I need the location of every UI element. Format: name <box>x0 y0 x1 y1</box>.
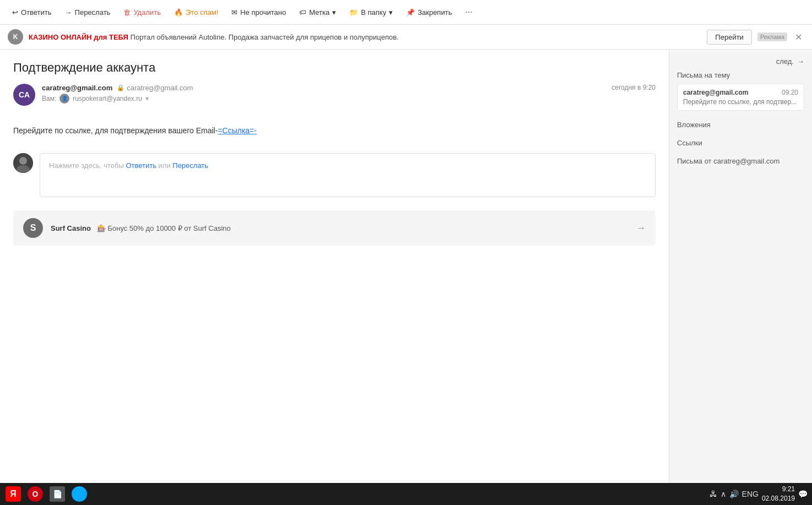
unread-icon: ✉ <box>231 8 237 17</box>
sidebar-thread-title: Письма на тему <box>677 71 804 79</box>
thread-time: 09:20 <box>782 89 798 96</box>
pin-button[interactable]: 📌 Закрепить <box>400 6 457 19</box>
network-icon: 🖧 <box>710 490 717 498</box>
email-from: caratreg@gmail.com <box>42 84 112 92</box>
reply-label: Ответить <box>21 8 52 17</box>
opera-icon: O <box>28 486 43 502</box>
suggestion-text: 🎰 Бонус 50% до 10000 ₽ от Surf Casino <box>97 224 231 232</box>
sidebar-links-title: Ссылки <box>677 139 804 147</box>
to-addr: ruspokerart@yandex.ru <box>73 95 142 102</box>
email-meta-info: caratreg@gmail.com 🔒 caratreg@gmail.com … <box>42 84 605 104</box>
browser-taskbar-icon[interactable]: 🌐 <box>71 485 88 503</box>
ad-text: КАЗИНО ОНЛАЙН для ТЕБЯ Портал объявлений… <box>29 33 701 41</box>
taskbar-system-icons: 🖧 ∧ 🔊 ENG 9:21 02.08.2019 💬 <box>710 485 808 503</box>
to-chevron-icon: ▾ <box>145 95 149 102</box>
thread-preview: Перейдите по ссылке, для подтвер... <box>683 98 798 106</box>
sender-avatar: CA <box>13 84 35 106</box>
pin-label: Закрепить <box>418 8 452 17</box>
ad-avatar: K <box>8 29 23 45</box>
next-label: след. <box>776 57 794 66</box>
toolbar: ↩ Ответить → Переслать 🗑 Удалить 🔥 Это с… <box>0 0 812 25</box>
email-link[interactable]: =Ссылка=- <box>218 126 257 135</box>
suggestion-arrow-icon: → <box>636 222 646 234</box>
suggestion-card[interactable]: S Surf Casino 🎰 Бонус 50% до 10000 ₽ от … <box>13 210 656 246</box>
recipient-avatar: 👤 <box>59 94 69 104</box>
taskbar-time: 9:21 <box>762 485 795 494</box>
reply-link[interactable]: Ответить <box>126 161 156 170</box>
unread-label: Не прочитано <box>240 8 286 17</box>
forward-button[interactable]: → Переслать <box>59 6 116 19</box>
yandex-taskbar-icon[interactable]: Я <box>4 485 22 503</box>
folder-label: В папку <box>361 8 386 17</box>
yandex-icon: Я <box>6 486 21 502</box>
file-icon: 📄 <box>50 486 65 502</box>
ad-badge: Реклама <box>757 32 787 41</box>
folder-button[interactable]: 📁 В папку ▾ <box>344 6 398 19</box>
reply-icon: ↩ <box>12 8 18 17</box>
opera-taskbar-icon[interactable]: O <box>26 485 44 503</box>
lock-icon: 🔒 <box>117 84 124 91</box>
ad-close-button[interactable]: ✕ <box>793 32 804 42</box>
suggestion-content: Surf Casino 🎰 Бонус 50% до 10000 ₽ от Su… <box>51 224 628 232</box>
svg-point-1 <box>19 157 27 165</box>
email-timestamp: сегодня в 9:20 <box>611 84 656 91</box>
casino-label: КАЗИНО ОНЛАЙН для ТЕБЯ <box>29 33 128 41</box>
sidebar-attachments-title: Вложения <box>677 121 804 129</box>
forward-link[interactable]: Переслать <box>172 161 208 170</box>
spam-icon: 🔥 <box>174 8 183 17</box>
spam-label: Это спам! <box>186 8 218 17</box>
language-label[interactable]: ENG <box>742 490 759 498</box>
delete-label: Удалить <box>133 8 161 17</box>
reply-button[interactable]: ↩ Ответить <box>7 6 57 19</box>
ad-goto-button[interactable]: Перейти <box>707 30 752 45</box>
notification-icon[interactable]: 💬 <box>798 490 808 498</box>
email-body-text: Перейдите по ссылке, для подтверждения в… <box>13 126 218 135</box>
more-label: ··· <box>465 7 472 17</box>
reply-box[interactable]: Нажмите здесь, чтобы Ответить или Пересл… <box>40 153 656 197</box>
volume-icon[interactable]: 🔊 <box>729 490 739 498</box>
unread-button[interactable]: ✉ Не прочитано <box>226 6 291 19</box>
sidebar-from-section: Письма от caratreg@gmail.com <box>677 157 804 165</box>
reply-or: или <box>156 161 172 170</box>
sidebar-thread-item[interactable]: caratreg@gmail.com 09:20 Перейдите по сс… <box>677 84 804 111</box>
to-label: Вам: <box>42 95 56 102</box>
pin-icon: 📌 <box>406 8 415 17</box>
email-to-line: Вам: 👤 ruspokerart@yandex.ru ▾ <box>42 94 605 104</box>
taskbar: Я O 📄 🌐 🖧 ∧ 🔊 ENG 9:21 02.08.2019 💬 <box>0 483 812 505</box>
sidebar-thread-section: Письма на тему caratreg@gmail.com 09:20 … <box>677 71 804 111</box>
reply-hint: Нажмите здесь, чтобы <box>49 161 126 170</box>
ad-banner: K КАЗИНО ОНЛАЙН для ТЕБЯ Портал объявлен… <box>0 25 812 50</box>
email-from-line: caratreg@gmail.com 🔒 caratreg@gmail.com <box>42 84 605 92</box>
label-button[interactable]: 🏷 Метка ▾ <box>294 6 342 19</box>
sidebar-attachments-section: Вложения <box>677 121 804 129</box>
folder-chevron-icon: ▾ <box>389 8 393 17</box>
main-layout: Подтверждение аккаунта CA caratreg@gmail… <box>0 50 812 484</box>
next-button[interactable]: след. → <box>677 57 804 66</box>
close-icon: ✕ <box>795 32 802 42</box>
delete-icon: 🗑 <box>123 8 131 17</box>
file-taskbar-icon[interactable]: 📄 <box>48 485 66 503</box>
email-from-addr: 🔒 caratreg@gmail.com <box>117 84 193 92</box>
email-body: Перейдите по ссылке, для подтверждения в… <box>13 119 656 148</box>
forward-icon: → <box>65 8 72 17</box>
sidebar-from-title: Письма от caratreg@gmail.com <box>677 157 804 165</box>
ad-body-text: Портал объявлений Autoline. Продажа запч… <box>131 33 399 41</box>
ad-goto-label: Перейти <box>715 33 744 41</box>
chevron-up-icon[interactable]: ∧ <box>721 490 726 498</box>
browser-icon: 🌐 <box>72 486 87 502</box>
reply-area: Нажмите здесь, чтобы Ответить или Пересл… <box>13 153 656 197</box>
more-button[interactable]: ··· <box>459 4 478 20</box>
email-meta: CA caratreg@gmail.com 🔒 caratreg@gmail.c… <box>13 84 656 106</box>
delete-button[interactable]: 🗑 Удалить <box>118 6 166 19</box>
label-label: Метка <box>309 8 329 17</box>
suggestion-from: Surf Casino <box>51 224 91 232</box>
next-arrow-icon: → <box>797 57 804 66</box>
right-sidebar: след. → Письма на тему caratreg@gmail.co… <box>669 50 812 484</box>
taskbar-clock: 9:21 02.08.2019 <box>762 485 795 503</box>
forward-label: Переслать <box>75 8 111 17</box>
sidebar-links-section: Ссылки <box>677 139 804 147</box>
label-chevron-icon: ▾ <box>332 8 336 17</box>
email-content: Подтверждение аккаунта CA caratreg@gmail… <box>0 50 669 484</box>
suggestion-avatar: S <box>23 218 43 238</box>
spam-button[interactable]: 🔥 Это спам! <box>169 6 224 19</box>
